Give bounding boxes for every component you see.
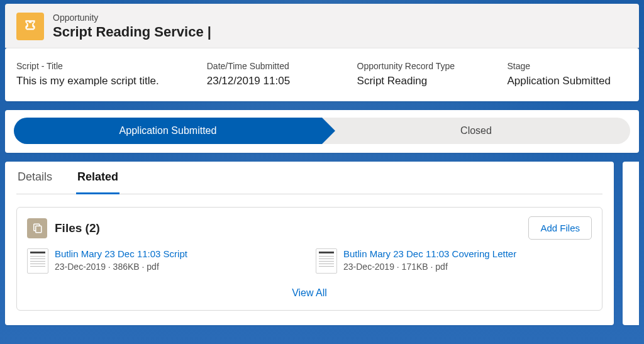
record-title: Script Reading Service |	[53, 24, 211, 40]
field-record-type: Opportunity Record Type Script Reading	[357, 61, 495, 87]
path-stage-label: Closed	[460, 125, 492, 136]
files-list: Butlin Mary 23 Dec 11:03 Script 23-Dec-2…	[27, 248, 592, 274]
files-card-header: Files (2) Add Files	[27, 216, 592, 240]
files-card: Files (2) Add Files Butlin Mary 23 Dec 1…	[16, 207, 602, 311]
object-label: Opportunity	[53, 13, 211, 23]
file-name-link[interactable]: Butlin Mary 23 Dec 11:03 Covering Letter	[343, 248, 516, 259]
tab-related[interactable]: Related	[76, 170, 119, 194]
path-stage-closed[interactable]: Closed	[322, 118, 630, 144]
path-stage-label: Application Submitted	[119, 125, 217, 136]
field-label: Script - Title	[16, 61, 194, 71]
file-thumbnail-icon	[316, 248, 337, 274]
tabs: Details Related	[16, 162, 602, 194]
field-stage: Stage Application Submitted	[507, 61, 628, 87]
field-value: 23/12/2019 11:05	[207, 75, 345, 87]
field-date-submitted: Date/Time Submitted 23/12/2019 11:05	[207, 61, 345, 87]
field-value: Script Reading	[357, 75, 495, 87]
files-icon	[27, 218, 47, 238]
record-header: Opportunity Script Reading Service |	[5, 4, 639, 48]
field-label: Stage	[507, 61, 628, 71]
file-name-link[interactable]: Butlin Mary 23 Dec 11:03 Script	[55, 248, 187, 259]
field-value: This is my example script title.	[16, 75, 194, 87]
path-stage-application-submitted[interactable]: Application Submitted	[14, 118, 322, 144]
files-card-title: Files (2)	[55, 221, 100, 235]
field-value: Application Submitted	[507, 75, 628, 87]
tab-label: Details	[18, 170, 52, 183]
file-item[interactable]: Butlin Mary 23 Dec 11:03 Covering Letter…	[316, 248, 592, 274]
view-all-wrap: View All	[27, 274, 592, 306]
path-panel: Application Submitted Closed	[5, 110, 639, 153]
file-thumbnail-icon	[27, 248, 48, 274]
tab-details[interactable]: Details	[16, 170, 53, 194]
add-files-button[interactable]: Add Files	[528, 216, 592, 240]
field-label: Date/Time Submitted	[207, 61, 345, 71]
highlights-panel: Script - Title This is my example script…	[5, 48, 639, 101]
side-column	[623, 162, 639, 325]
path: Application Submitted Closed	[14, 118, 630, 144]
opportunity-icon	[16, 13, 44, 40]
tab-label: Related	[77, 170, 118, 183]
file-subtext: 23-Dec-2019 · 386KB · pdf	[55, 262, 187, 272]
main-column: Details Related Files (2) Add Files	[5, 162, 614, 325]
file-subtext: 23-Dec-2019 · 171KB · pdf	[343, 262, 516, 272]
view-all-link[interactable]: View All	[292, 287, 327, 298]
file-item[interactable]: Butlin Mary 23 Dec 11:03 Script 23-Dec-2…	[27, 248, 303, 274]
field-script-title: Script - Title This is my example script…	[16, 61, 194, 87]
field-label: Opportunity Record Type	[357, 61, 495, 71]
